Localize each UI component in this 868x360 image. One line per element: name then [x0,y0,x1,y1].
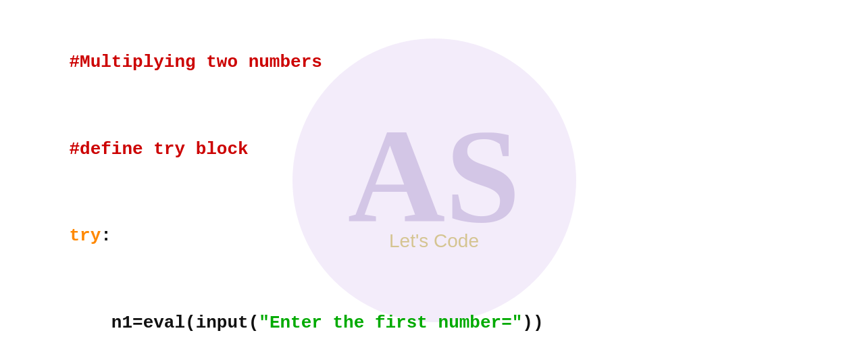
comment-2: #define try block [69,139,248,159]
code-line-3: try: [27,192,841,280]
colon-1: : [101,226,111,246]
comment-1: #Multiplying two numbers [69,52,322,72]
code-line-4: n1=eval(input("Enter the first number=")… [27,280,841,360]
str-first: "Enter the first number=" [259,313,522,333]
n1-assign: n1=eval(input( [69,313,259,333]
code-line-1: #Multiplying two numbers [27,19,841,106]
close-1: )) [522,313,543,333]
keyword-try: try [69,226,101,246]
code-line-2: #define try block [27,106,841,193]
code-block: #Multiplying two numbers #define try blo… [0,0,868,360]
